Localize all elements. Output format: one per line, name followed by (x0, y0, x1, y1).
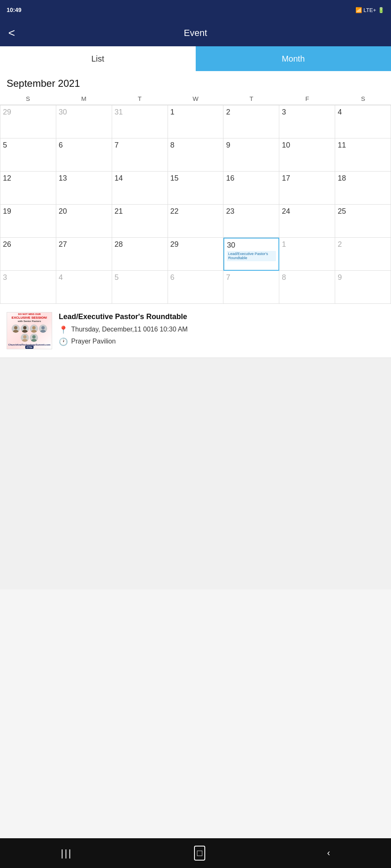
back-nav-button[interactable]: ‹ (327, 848, 330, 858)
table-row[interactable]: 20 (56, 205, 112, 238)
wifi-icon: 📶 (355, 7, 362, 13)
header: < Event (0, 20, 391, 46)
table-row[interactable]: 7 (223, 271, 279, 304)
day-header-fri: F (279, 93, 335, 105)
table-row[interactable]: 3 (279, 105, 335, 138)
tab-list[interactable]: List (0, 46, 196, 71)
table-row[interactable]: 25 (335, 205, 391, 238)
event-info: Lead/Executive Pastor's Roundtable 📍 Thu… (59, 312, 384, 349)
day-headers: S M T W T F S (0, 93, 391, 105)
table-row[interactable]: 18 (335, 172, 391, 205)
table-row[interactable]: 26 (0, 238, 56, 271)
day-header-sun: S (0, 93, 56, 105)
table-row[interactable]: 31 (112, 105, 168, 138)
event-chip[interactable]: Lead/Executive Pastor's Roundtable (227, 251, 276, 262)
table-row[interactable]: 12 (0, 172, 56, 205)
thumbnail-faces (9, 324, 50, 342)
calendar: September 2021 S M T W T F S 29 30 31 1 … (0, 71, 391, 304)
table-row[interactable]: 9 (335, 271, 391, 304)
table-row[interactable]: 29 (168, 238, 224, 271)
table-row[interactable]: 5 (0, 138, 56, 172)
table-row[interactable]: 4 (335, 105, 391, 138)
event-section: DO NOT MISS OUREXCLUSIVE SESSION!with Se… (0, 304, 391, 358)
table-row[interactable]: 15 (168, 172, 224, 205)
page-title: Event (184, 28, 207, 38)
home-button[interactable]: □ (194, 846, 205, 861)
svg-point-8 (23, 335, 26, 339)
avatar (39, 324, 47, 333)
table-row[interactable]: 4 (56, 271, 112, 304)
svg-point-9 (22, 339, 28, 342)
table-row[interactable]: 30 (56, 105, 112, 138)
tab-bar: List Month (0, 46, 391, 71)
table-row[interactable]: 22 (168, 205, 224, 238)
month-title: September 2021 (0, 71, 391, 93)
event-datetime: Thursday, December,11 0016 10:30 AM (71, 325, 188, 334)
event-location-row: 🕐 Prayer Pavilion (59, 337, 384, 346)
avatar (21, 324, 29, 333)
day-header-tue: T (112, 93, 168, 105)
status-bar: 10:49 📶 LTE+ 🔋 (0, 0, 391, 20)
svg-point-10 (32, 335, 36, 339)
table-row[interactable]: 2 (335, 238, 391, 271)
table-row[interactable]: 19 (0, 205, 56, 238)
location-icon: 📍 (59, 325, 68, 334)
event-datetime-row: 📍 Thursday, December,11 0016 10:30 AM (59, 325, 384, 334)
bottom-nav: ||| □ ‹ (0, 838, 391, 868)
day-header-mon: M (56, 93, 112, 105)
svg-point-3 (22, 330, 28, 333)
svg-point-4 (32, 326, 36, 329)
empty-content-area (0, 358, 391, 589)
day-header-thu: T (223, 93, 279, 105)
table-row[interactable]: 13 (56, 172, 112, 205)
avatar (21, 334, 29, 342)
table-row[interactable]: 7 (112, 138, 168, 172)
avatar (30, 324, 38, 333)
table-row[interactable]: 5 (112, 271, 168, 304)
event-title: Lead/Executive Pastor's Roundtable (59, 312, 384, 322)
table-row[interactable]: 16 (223, 172, 279, 205)
svg-point-6 (41, 326, 45, 329)
signal-icon: LTE+ (364, 7, 376, 13)
thumbnail-logo: ChurchAndTechnologySummit.comCTSi (8, 343, 50, 348)
table-row[interactable]: 29 (0, 105, 56, 138)
table-row[interactable]: 8 (279, 271, 335, 304)
avatar (30, 334, 38, 342)
clock-icon: 🕐 (59, 337, 68, 346)
recent-apps-button[interactable]: ||| (61, 847, 72, 859)
table-row[interactable]: 27 (56, 238, 112, 271)
svg-point-1 (13, 330, 19, 333)
calendar-grid: 29 30 31 1 2 3 4 5 6 7 8 9 10 11 12 13 1… (0, 105, 391, 304)
table-row[interactable]: 6 (168, 271, 224, 304)
table-row[interactable]: 2 (223, 105, 279, 138)
battery-icon: 🔋 (378, 7, 384, 13)
avatar (12, 324, 20, 333)
table-row[interactable]: 1 (279, 238, 335, 271)
svg-point-7 (40, 330, 46, 333)
svg-point-2 (23, 326, 26, 329)
table-row[interactable]: 9 (223, 138, 279, 172)
table-row[interactable]: 17 (279, 172, 335, 205)
back-button[interactable]: < (8, 26, 15, 40)
table-row[interactable]: 8 (168, 138, 224, 172)
table-row[interactable]: 6 (56, 138, 112, 172)
table-row[interactable]: 11 (335, 138, 391, 172)
day-header-wed: W (168, 93, 223, 105)
svg-point-0 (14, 326, 17, 329)
table-row[interactable]: 10 (279, 138, 335, 172)
svg-point-5 (31, 330, 37, 333)
table-row[interactable]: 24 (279, 205, 335, 238)
tab-month[interactable]: Month (196, 46, 391, 71)
table-row[interactable]: 1 (168, 105, 224, 138)
selected-day-cell[interactable]: 30 Lead/Executive Pastor's Roundtable (223, 238, 279, 271)
table-row[interactable]: 14 (112, 172, 168, 205)
table-row[interactable]: 28 (112, 238, 168, 271)
event-thumbnail: DO NOT MISS OUREXCLUSIVE SESSION!with Se… (7, 312, 52, 349)
table-row[interactable]: 21 (112, 205, 168, 238)
table-row[interactable]: 3 (0, 271, 56, 304)
table-row[interactable]: 23 (223, 205, 279, 238)
status-icons: 📶 LTE+ 🔋 (355, 7, 384, 13)
day-header-sat: S (335, 93, 391, 105)
event-card[interactable]: DO NOT MISS OUREXCLUSIVE SESSION!with Se… (0, 304, 391, 358)
svg-point-11 (31, 339, 37, 342)
